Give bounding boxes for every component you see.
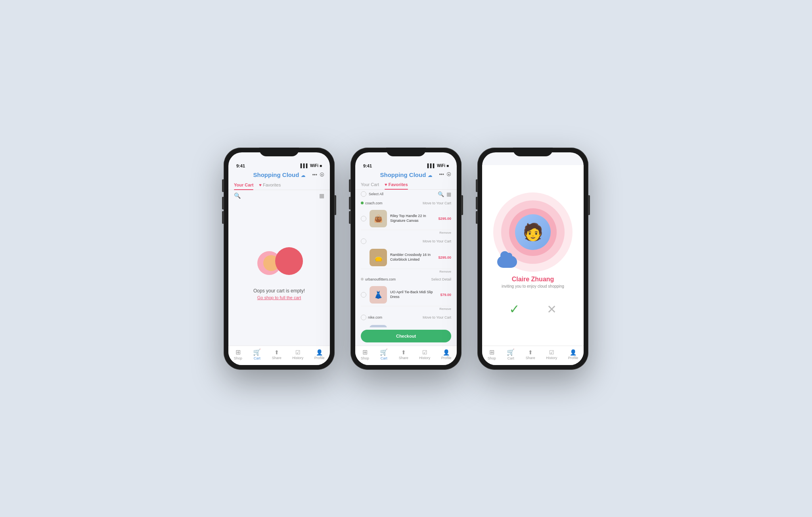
shop-icon-1: ⊞ bbox=[236, 349, 241, 356]
nav-share-3[interactable]: ⬆ Share bbox=[526, 350, 535, 360]
status-icons-2: ▌▌▌ WiFi ■ bbox=[427, 163, 449, 168]
empty-illustration bbox=[255, 245, 303, 281]
nav-share-1[interactable]: ⬆ Share bbox=[272, 350, 282, 360]
store-section-nike: nike.com Move to Your Cart 👟 Women's Sea… bbox=[355, 312, 457, 327]
nav-cart-2[interactable]: 🛒 Cart bbox=[380, 349, 388, 360]
store-header-crossbody: Move to Your Cart bbox=[361, 238, 451, 244]
store-dot-uo bbox=[361, 278, 364, 281]
record-icon-2[interactable]: ⦿ bbox=[446, 172, 451, 177]
empty-cta-link[interactable]: Go shop to full the cart bbox=[253, 294, 305, 301]
heart-icon-tab-1: ♥ bbox=[259, 183, 262, 187]
more-icon-2[interactable]: ••• bbox=[439, 172, 444, 177]
nav-share-label-3: Share bbox=[526, 356, 535, 360]
nav-profile-label-3: Profile bbox=[568, 356, 578, 360]
app-logo-1: Shopping Cloud ☁ bbox=[253, 171, 305, 179]
profile-content: 🧑 Claire Zhuang inviting you to enjoy cl… bbox=[482, 165, 584, 346]
phone-profile: 🧑 Claire Zhuang inviting you to enjoy cl… bbox=[477, 148, 588, 370]
record-icon-1[interactable]: ⦿ bbox=[320, 172, 324, 178]
store-action-coach[interactable]: Move to Your Cart bbox=[423, 201, 451, 205]
shop-icon-3: ⊞ bbox=[489, 349, 494, 356]
remove-btn-2[interactable]: Remove bbox=[439, 307, 451, 311]
notch-1 bbox=[259, 148, 299, 156]
battery-icon-2: ■ bbox=[446, 163, 449, 168]
nav-share-label-1: Share bbox=[272, 356, 282, 360]
nav-cart-3[interactable]: 🛒 Cart bbox=[507, 349, 515, 360]
nav-profile-label-1: Profile bbox=[314, 356, 325, 360]
nav-shop-3[interactable]: ⊞ Shop bbox=[488, 349, 496, 360]
product-remove-2: Remove bbox=[361, 306, 451, 312]
nav-share-label-2: Share bbox=[399, 356, 408, 360]
profile-icon-3: 👤 bbox=[570, 350, 576, 355]
checkmark-icon: ✓ bbox=[509, 302, 520, 317]
tab-favorites-1[interactable]: ♥ Favorites bbox=[259, 181, 281, 190]
nav-profile-2[interactable]: 👤 Profile bbox=[441, 350, 452, 360]
tabs-2: Your Cart ♥ Favorites bbox=[355, 181, 457, 190]
store-action-nike[interactable]: Move to Your Cart bbox=[423, 315, 451, 319]
share-icon-3: ⬆ bbox=[528, 350, 533, 355]
checkout-button[interactable]: Checkout bbox=[361, 330, 451, 342]
nav-profile-3[interactable]: 👤 Profile bbox=[568, 350, 578, 360]
product-checkbox-1[interactable] bbox=[361, 238, 366, 244]
nav-shop-2[interactable]: ⊞ Shop bbox=[361, 349, 369, 360]
profile-subtitle: inviting you to enjoy cloud shopping bbox=[502, 284, 564, 288]
select-all-checkbox[interactable] bbox=[361, 191, 366, 197]
store-header-coach: coach.com Move to Your Cart bbox=[361, 201, 451, 205]
product-emoji-1: 👝 bbox=[374, 253, 383, 262]
nav-profile-label-2: Profile bbox=[441, 356, 452, 360]
cloud-logo-icon-1: ☁ bbox=[301, 173, 305, 178]
nav-history-label-1: History bbox=[292, 356, 303, 360]
search-bar-1: 🔍 ▦ bbox=[228, 190, 330, 201]
more-icon-1[interactable]: ••• bbox=[312, 172, 317, 178]
search-icon-1[interactable]: 🔍 bbox=[234, 192, 241, 199]
store-header-uo: urbanoutfitters.com Select Detail bbox=[361, 277, 451, 281]
product-info-1: Rambler Crossbody 16 In Colorblock Limit… bbox=[390, 253, 435, 262]
product-checkbox-2[interactable] bbox=[361, 292, 366, 298]
product-checkbox-0[interactable] bbox=[361, 216, 366, 221]
notch-2 bbox=[386, 148, 426, 156]
wifi-icon-1: WiFi bbox=[310, 163, 318, 168]
app-title-2: Shopping Cloud ☁ bbox=[380, 171, 432, 178]
nav-shop-label-3: Shop bbox=[488, 356, 496, 360]
product-row-2: 👗 UO April Tie-Back Midi Slip Dress $79.… bbox=[361, 284, 451, 306]
nav-history-2[interactable]: ☑ History bbox=[419, 350, 430, 360]
nav-share-2[interactable]: ⬆ Share bbox=[399, 350, 408, 360]
tab-your-cart-2[interactable]: Your Cart bbox=[361, 181, 379, 189]
accept-button[interactable]: ✓ bbox=[506, 300, 523, 318]
nav-cart-label-3: Cart bbox=[508, 356, 514, 360]
product-info-0: Riley Top Handle 22 In Signature Canvas bbox=[390, 214, 435, 223]
time-1: 9:41 bbox=[236, 163, 245, 168]
nav-shop-1[interactable]: ⊞ Shop bbox=[234, 349, 242, 360]
product-remove-0: Remove bbox=[361, 230, 451, 236]
screen-favorites: 9:41 ▌▌▌ WiFi ■ Shopping Cloud ☁ ••• ⦿ bbox=[355, 152, 457, 365]
tab-favorites-2[interactable]: ♥ Favorites bbox=[385, 181, 408, 189]
share-icon-2: ⬆ bbox=[401, 350, 406, 355]
grid-icon-2[interactable]: ▦ bbox=[446, 191, 451, 197]
store-action-uo[interactable]: Select Detail bbox=[431, 277, 451, 281]
profile-ripple: 🧑 bbox=[493, 192, 573, 272]
product-img-0: 👜 bbox=[370, 210, 387, 227]
product-price-2: $79.00 bbox=[440, 293, 451, 297]
notch-3 bbox=[513, 148, 553, 156]
bottom-nav-2: ⊞ Shop 🛒 Cart ⬆ Share ☑ History 👤 Pr bbox=[355, 346, 457, 365]
remove-btn-1[interactable]: Remove bbox=[439, 270, 451, 273]
product-img-1: 👝 bbox=[370, 249, 387, 266]
product-info-2: UO April Tie-Back Midi Slip Dress bbox=[390, 290, 437, 299]
nav-history-3[interactable]: ☑ History bbox=[546, 350, 557, 360]
nav-history-1[interactable]: ☑ History bbox=[292, 350, 303, 360]
grid-icon-1[interactable]: ▦ bbox=[319, 192, 324, 199]
tab-your-cart-1[interactable]: Your Cart bbox=[234, 181, 253, 190]
decline-button[interactable]: ✕ bbox=[543, 300, 560, 318]
product-price-1: $295.00 bbox=[438, 256, 451, 259]
product-row-0: 👜 Riley Top Handle 22 In Signature Canva… bbox=[361, 208, 451, 230]
product-img-2: 👗 bbox=[370, 286, 387, 304]
store-action-crossbody[interactable]: Move to Your Cart bbox=[423, 239, 451, 243]
remove-btn-0[interactable]: Remove bbox=[439, 231, 451, 234]
product-checkbox-3[interactable] bbox=[361, 315, 366, 320]
app-header-1: Shopping Cloud ☁ ••• ⦿ bbox=[228, 170, 330, 181]
status-icons-1: ▌▌▌ WiFi ■ bbox=[301, 163, 322, 168]
history-icon-2: ☑ bbox=[422, 350, 427, 355]
nav-profile-1[interactable]: 👤 Profile bbox=[314, 350, 325, 360]
nav-cart-1[interactable]: 🛒 Cart bbox=[253, 349, 261, 360]
tabs-1: Your Cart ♥ Favorites bbox=[228, 181, 330, 190]
search-icon-2[interactable]: 🔍 bbox=[438, 191, 444, 197]
